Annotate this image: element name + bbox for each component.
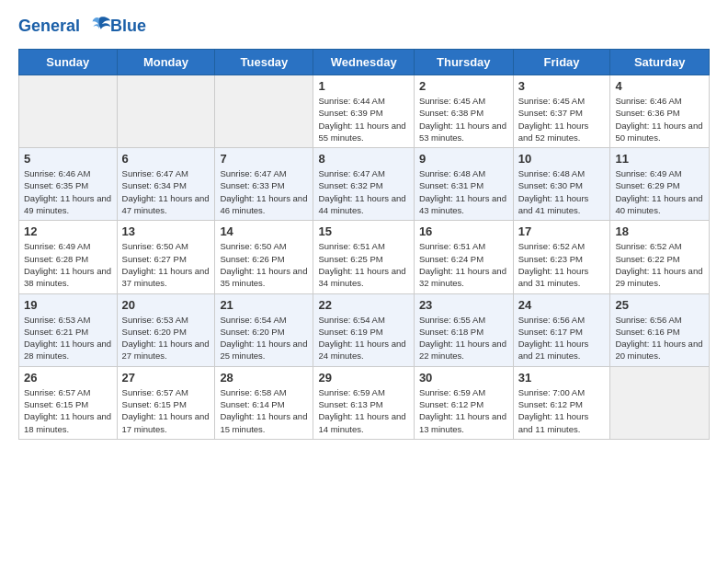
- calendar-cell: 19Sunrise: 6:53 AMSunset: 6:21 PMDayligh…: [19, 293, 118, 366]
- calendar-cell: 4Sunrise: 6:46 AMSunset: 6:36 PMDaylight…: [610, 75, 710, 148]
- day-info: Sunrise: 6:46 AMSunset: 6:35 PMDaylight:…: [24, 167, 112, 216]
- calendar-cell: 28Sunrise: 6:58 AMSunset: 6:14 PMDayligh…: [215, 366, 313, 439]
- day-info: Sunrise: 6:49 AMSunset: 6:28 PMDaylight:…: [24, 240, 112, 289]
- day-info: Sunrise: 6:54 AMSunset: 6:20 PMDaylight:…: [220, 314, 308, 362]
- day-info: Sunrise: 6:50 AMSunset: 6:27 PMDaylight:…: [122, 240, 210, 289]
- calendar-cell: [19, 75, 118, 148]
- day-number: 22: [318, 298, 408, 312]
- day-info: Sunrise: 6:47 AMSunset: 6:33 PMDaylight:…: [220, 167, 308, 216]
- calendar-cell: 1Sunrise: 6:44 AMSunset: 6:39 PMDaylight…: [313, 75, 414, 148]
- calendar-cell: 12Sunrise: 6:49 AMSunset: 6:28 PMDayligh…: [19, 221, 118, 293]
- day-number: 16: [419, 224, 508, 238]
- calendar-cell: 3Sunrise: 6:45 AMSunset: 6:37 PMDaylight…: [513, 75, 610, 148]
- day-info: Sunrise: 6:55 AMSunset: 6:18 PMDaylight:…: [419, 314, 508, 362]
- weekday-tuesday: Tuesday: [215, 50, 313, 75]
- week-row-2: 5Sunrise: 6:46 AMSunset: 6:35 PMDaylight…: [19, 148, 710, 221]
- calendar-cell: [117, 75, 215, 148]
- day-number: 7: [220, 152, 308, 166]
- week-row-5: 26Sunrise: 6:57 AMSunset: 6:15 PMDayligh…: [19, 366, 710, 439]
- day-number: 18: [615, 224, 704, 238]
- day-number: 29: [318, 371, 408, 385]
- day-number: 30: [419, 371, 508, 385]
- weekday-wednesday: Wednesday: [313, 50, 414, 75]
- calendar-cell: 31Sunrise: 7:00 AMSunset: 6:12 PMDayligh…: [513, 366, 610, 439]
- logo-text: General Blue: [18, 14, 146, 40]
- day-info: Sunrise: 6:53 AMSunset: 6:21 PMDaylight:…: [24, 314, 112, 362]
- calendar-cell: 14Sunrise: 6:50 AMSunset: 6:26 PMDayligh…: [215, 221, 313, 293]
- calendar-cell: 25Sunrise: 6:56 AMSunset: 6:16 PMDayligh…: [610, 293, 710, 366]
- calendar-cell: 6Sunrise: 6:47 AMSunset: 6:34 PMDaylight…: [117, 148, 215, 221]
- calendar-cell: 22Sunrise: 6:54 AMSunset: 6:19 PMDayligh…: [313, 293, 414, 366]
- day-info: Sunrise: 6:58 AMSunset: 6:14 PMDaylight:…: [220, 386, 308, 435]
- week-row-4: 19Sunrise: 6:53 AMSunset: 6:21 PMDayligh…: [19, 293, 710, 366]
- calendar-cell: 24Sunrise: 6:56 AMSunset: 6:17 PMDayligh…: [513, 293, 610, 366]
- day-info: Sunrise: 6:45 AMSunset: 6:37 PMDaylight:…: [518, 95, 606, 144]
- day-number: 15: [318, 224, 408, 238]
- day-info: Sunrise: 6:51 AMSunset: 6:24 PMDaylight:…: [419, 240, 508, 289]
- day-number: 8: [318, 152, 408, 166]
- day-number: 9: [419, 152, 508, 166]
- calendar-cell: 16Sunrise: 6:51 AMSunset: 6:24 PMDayligh…: [414, 221, 513, 293]
- weekday-monday: Monday: [117, 50, 215, 75]
- day-number: 2: [419, 79, 508, 93]
- weekday-header-row: SundayMondayTuesdayWednesdayThursdayFrid…: [19, 50, 710, 75]
- day-info: Sunrise: 7:00 AMSunset: 6:12 PMDaylight:…: [518, 386, 606, 435]
- day-info: Sunrise: 6:57 AMSunset: 6:15 PMDaylight:…: [122, 386, 210, 435]
- calendar-cell: 30Sunrise: 6:59 AMSunset: 6:12 PMDayligh…: [414, 366, 513, 439]
- day-info: Sunrise: 6:49 AMSunset: 6:29 PMDaylight:…: [615, 167, 704, 216]
- calendar-cell: 8Sunrise: 6:47 AMSunset: 6:32 PMDaylight…: [313, 148, 414, 221]
- day-number: 19: [24, 298, 112, 312]
- day-number: 10: [518, 152, 606, 166]
- day-info: Sunrise: 6:47 AMSunset: 6:32 PMDaylight:…: [318, 167, 408, 216]
- day-info: Sunrise: 6:59 AMSunset: 6:12 PMDaylight:…: [419, 386, 508, 435]
- day-info: Sunrise: 6:56 AMSunset: 6:16 PMDaylight:…: [615, 314, 704, 362]
- day-number: 21: [220, 298, 308, 312]
- calendar-cell: 11Sunrise: 6:49 AMSunset: 6:29 PMDayligh…: [610, 148, 710, 221]
- day-info: Sunrise: 6:52 AMSunset: 6:22 PMDaylight:…: [615, 240, 704, 289]
- logo-bird-icon: [86, 14, 112, 40]
- day-info: Sunrise: 6:53 AMSunset: 6:20 PMDaylight:…: [122, 314, 210, 362]
- day-info: Sunrise: 6:48 AMSunset: 6:31 PMDaylight:…: [419, 167, 508, 216]
- day-number: 6: [122, 152, 210, 166]
- day-number: 4: [615, 79, 704, 93]
- page: General Blue SundayMondayTuesdayWednesda…: [0, 0, 728, 563]
- calendar-cell: 9Sunrise: 6:48 AMSunset: 6:31 PMDaylight…: [414, 148, 513, 221]
- logo: General Blue: [18, 14, 146, 40]
- day-number: 17: [518, 224, 606, 238]
- calendar-cell: 5Sunrise: 6:46 AMSunset: 6:35 PMDaylight…: [19, 148, 118, 221]
- day-number: 28: [220, 371, 308, 385]
- logo-general: General: [18, 17, 80, 35]
- calendar-cell: 2Sunrise: 6:45 AMSunset: 6:38 PMDaylight…: [414, 75, 513, 148]
- day-number: 31: [518, 371, 606, 385]
- calendar-cell: [215, 75, 313, 148]
- day-number: 14: [220, 224, 308, 238]
- calendar-cell: 18Sunrise: 6:52 AMSunset: 6:22 PMDayligh…: [610, 221, 710, 293]
- calendar-cell: [610, 366, 710, 439]
- day-number: 24: [518, 298, 606, 312]
- day-number: 26: [24, 371, 112, 385]
- calendar: SundayMondayTuesdayWednesdayThursdayFrid…: [18, 49, 710, 440]
- day-number: 5: [24, 152, 112, 166]
- day-info: Sunrise: 6:45 AMSunset: 6:38 PMDaylight:…: [419, 95, 508, 144]
- day-number: 13: [122, 224, 210, 238]
- day-info: Sunrise: 6:54 AMSunset: 6:19 PMDaylight:…: [318, 314, 408, 362]
- calendar-cell: 29Sunrise: 6:59 AMSunset: 6:13 PMDayligh…: [313, 366, 414, 439]
- week-row-3: 12Sunrise: 6:49 AMSunset: 6:28 PMDayligh…: [19, 221, 710, 293]
- day-number: 3: [518, 79, 606, 93]
- calendar-cell: 27Sunrise: 6:57 AMSunset: 6:15 PMDayligh…: [117, 366, 215, 439]
- day-info: Sunrise: 6:51 AMSunset: 6:25 PMDaylight:…: [318, 240, 408, 289]
- calendar-cell: 7Sunrise: 6:47 AMSunset: 6:33 PMDaylight…: [215, 148, 313, 221]
- weekday-friday: Friday: [513, 50, 610, 75]
- day-number: 25: [615, 298, 704, 312]
- day-number: 27: [122, 371, 210, 385]
- logo-blue: Blue: [110, 17, 146, 36]
- day-info: Sunrise: 6:57 AMSunset: 6:15 PMDaylight:…: [24, 386, 112, 435]
- day-number: 20: [122, 298, 210, 312]
- calendar-cell: 20Sunrise: 6:53 AMSunset: 6:20 PMDayligh…: [117, 293, 215, 366]
- day-number: 1: [318, 79, 408, 93]
- day-number: 23: [419, 298, 508, 312]
- day-info: Sunrise: 6:56 AMSunset: 6:17 PMDaylight:…: [518, 314, 606, 362]
- day-info: Sunrise: 6:52 AMSunset: 6:23 PMDaylight:…: [518, 240, 606, 289]
- calendar-cell: 10Sunrise: 6:48 AMSunset: 6:30 PMDayligh…: [513, 148, 610, 221]
- day-info: Sunrise: 6:44 AMSunset: 6:39 PMDaylight:…: [318, 95, 408, 144]
